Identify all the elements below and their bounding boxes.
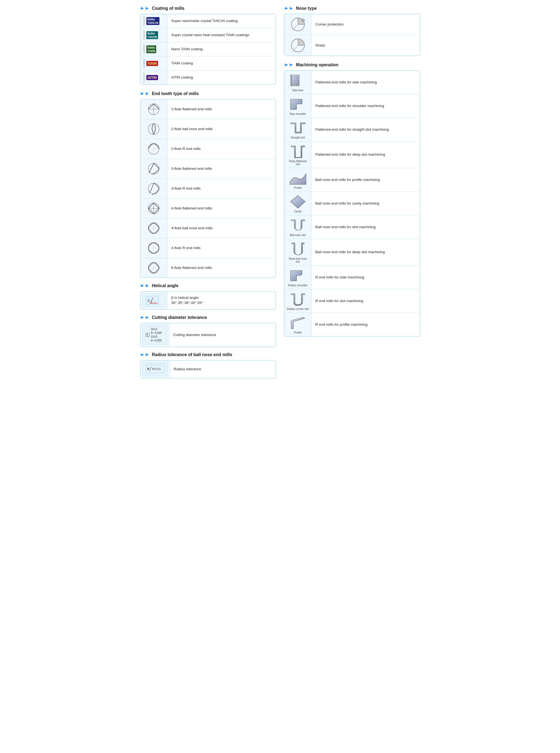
table-row: Corner protection (284, 14, 420, 35)
table-row: Coated NaNoTiAlN Nano TiAlN coating (140, 42, 276, 57)
coating-badge-tialcrn: NaNoTiAlCrN (146, 17, 160, 25)
svg-point-3 (148, 124, 159, 135)
table-row: Deep flattened slot Flattened end mills … (284, 141, 420, 168)
svg-point-14 (152, 226, 155, 230)
radius-tol-icon: R R±0.01 (143, 363, 167, 376)
machining-desc: Flattened end mills for shoulder machini… (312, 94, 420, 118)
machining-desc: Ball nose end mills for profile machinin… (312, 168, 420, 192)
ops-label: Profile (286, 186, 309, 189)
table-row: Profile R end mills for profile machinin… (284, 313, 420, 336)
ops-label: Radius shoulder (286, 284, 309, 287)
table-row: 6-flute flattened end mills (140, 258, 276, 278)
ops-label: Profile (286, 331, 309, 334)
machining-title: Machining operation (296, 62, 338, 67)
table-row: Coated AlTiN AlTiN coating (140, 71, 276, 84)
nose-type-table: Corner protection Sharp (284, 14, 420, 56)
end-tooth-section-title: ►► End tooth type of mills (140, 91, 276, 96)
helical-title: Helical angle (152, 283, 178, 288)
ops-label: Deep ball nose slot (286, 257, 309, 263)
tooth-desc: 4-flute R end mills (167, 238, 276, 258)
tooth-desc: 6-flute flattened end mills (167, 258, 276, 278)
coating-desc: AlTiN coating (167, 71, 276, 84)
nose-type-title: Nose type (296, 6, 317, 11)
tooth-icon-6fl-flat (140, 258, 167, 278)
ops-radius-corner-slot-icon: Radius corner slot (284, 289, 312, 313)
svg-text:β: β (147, 299, 149, 302)
ops-profile-icon: Profile (284, 168, 312, 192)
nose-sharp-label: Sharp (312, 35, 420, 56)
tooth-desc: 2-flute R end mills (167, 139, 276, 159)
coating-icon-cell: Coated NaNoTiAlXN (140, 28, 167, 42)
radius-tol-desc: Radius tolerance (170, 360, 276, 378)
radius-tol-table: R R±0.01 Radius tolerance (140, 360, 276, 378)
ops-label: Ball nose slot (286, 234, 309, 237)
svg-point-8 (148, 163, 159, 174)
ops-radius-shoulder-icon: Radius shoulder (284, 266, 312, 289)
radius-tol-section-title: ►► Radius tolerance of ball nose end mil… (140, 352, 276, 357)
coating-icon-cell: Coated AlTiN (140, 71, 167, 84)
ops-side-face-icon: Side face (284, 71, 312, 94)
helical-icon: β (143, 294, 165, 307)
ops-ball-nose-slot-icon: Ball nose slot (284, 215, 312, 239)
cutting-dia-icon: D D≤12 0~-0.020 12<D 0~-0.030 (143, 325, 167, 344)
cutting-dia-icon-cell: D D≤12 0~-0.020 12<D 0~-0.030 (140, 323, 169, 346)
table-row: Radius shoulder R end mills for side mac… (284, 266, 420, 289)
coating-icon-cell: Coated NaNoTiAlN (140, 42, 167, 57)
ops-profile-r-icon: Profile (284, 313, 312, 336)
end-tooth-title: End tooth type of mills (152, 91, 199, 96)
table-row: Side face Flattened end mills for side m… (284, 71, 420, 94)
table-row: Step shoulder Flattened end mills for sh… (284, 94, 420, 118)
coating-badge-tiain2: TiAlN (146, 61, 158, 66)
nose-corner-protection-icon (284, 14, 312, 35)
tooth-icon-4fl-r (140, 238, 167, 258)
svg-text:R: R (147, 367, 149, 371)
table-row: 4-flute ball nose end mills (140, 218, 276, 238)
ops-label: Cavity (286, 210, 309, 213)
coating-desc: Super nanometer crystal TiAlCrN coating (167, 14, 276, 28)
cutting-dia-title: Cutting diameter tolerance (152, 315, 207, 320)
table-row: 2-flute ball nose end mills (140, 119, 276, 139)
coating-icon-cell: Coated NaNoTiAlCrN (140, 14, 167, 28)
ops-label: Step shoulder (286, 113, 309, 116)
nose-sharp-icon (284, 35, 312, 56)
machining-desc: Ball nose end mills for slot machining (312, 215, 420, 239)
table-row: Coated NaNoTiAlXN Super crystal nano hea… (140, 28, 276, 42)
coating-section-title: ►► Coating of mills (140, 5, 276, 11)
table-row: Cavity Ball nose end mills for cavity ma… (284, 192, 420, 215)
radius-tol-title: Radius tolerance of ball nose end mills (152, 352, 232, 357)
tooth-icon-2fl-flat (140, 99, 167, 119)
tooth-icon-4fl-ball (140, 218, 167, 238)
helical-table: β β is helical angle: 30°,35°,38°,45°,55… (140, 291, 276, 310)
table-row: Coated NaNoTiAlCrN Super nanometer cryst… (140, 14, 276, 28)
tooth-icon-2fl-ball (140, 119, 167, 139)
cutting-dia-table: D D≤12 0~-0.020 12<D 0~-0.030 Cutting di… (140, 323, 276, 347)
ops-deep-flat-slot-icon: Deep flattened slot (284, 141, 312, 168)
coating-badge-aitin: AlTiN (146, 75, 158, 80)
table-row: 3-flute flattened end mills (140, 159, 276, 179)
nose-corner-protection-label: Corner protection (312, 14, 420, 35)
tooth-desc: 4-flute ball nose end mills (167, 218, 276, 238)
tooth-icon-3fl-r (140, 179, 167, 199)
coating-desc: TiAlN coating (167, 57, 276, 71)
tooth-desc: 2-flute flattened end mills (167, 99, 276, 119)
table-row: Ball nose slot Ball nose end mills for s… (284, 215, 420, 239)
machining-desc: R end mills for side machining (312, 266, 420, 289)
dia-line2: 12<D 0~-0.030 (151, 335, 164, 342)
section-arrow-icon: ►► (140, 315, 150, 320)
section-arrow-icon: ►► (284, 5, 294, 11)
table-row: 2-flute R end mills (140, 139, 276, 159)
nose-type-section-title: ►► Nose type (284, 5, 420, 11)
tooth-icon-2fl-r (140, 139, 167, 159)
machining-desc: Ball nose end mills for cavity machining (312, 192, 420, 215)
table-row: R R±0.01 Radius tolerance (140, 360, 276, 378)
section-arrow-icon: ►► (140, 283, 150, 289)
machining-desc: Flattened end mills for side machining (312, 71, 420, 94)
tooth-desc: 3-flute R end mills (167, 179, 276, 199)
tooth-desc: 3-flute flattened end mills (167, 159, 276, 179)
svg-text:R±0.01: R±0.01 (152, 368, 161, 371)
cutting-dia-desc: Cutting diameter tolerance (169, 323, 276, 346)
table-row: Profile Ball nose end mills for profile … (284, 168, 420, 192)
coating-desc: Super crystal nano heat resistant TiAlN … (167, 28, 276, 42)
section-arrow-icon: ►► (140, 5, 150, 11)
ops-label: Deep flattened slot (286, 160, 309, 166)
